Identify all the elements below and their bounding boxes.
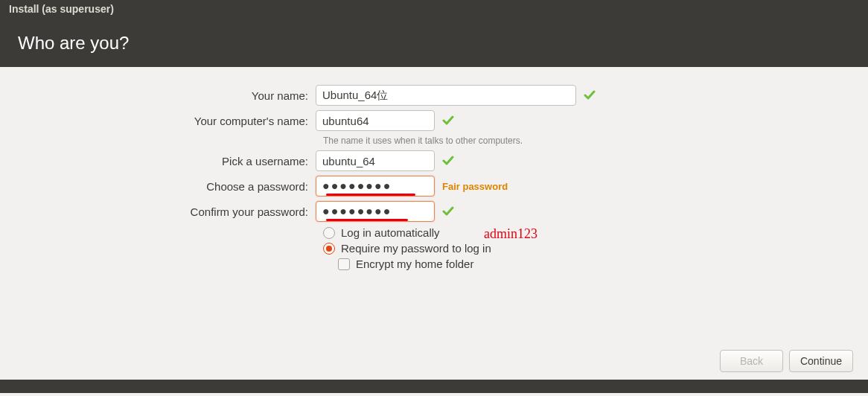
label-password: Choose a password: — [18, 180, 316, 193]
check-icon — [584, 89, 596, 101]
row-computer-name: Your computer's name: — [18, 110, 850, 131]
radio-icon — [323, 243, 335, 255]
radio-require-password[interactable]: Require my password to log in — [323, 242, 850, 255]
checkbox-icon — [338, 258, 350, 270]
page-heading: Who are you? — [18, 33, 129, 53]
bottom-bar — [0, 380, 868, 393]
row-confirm: Confirm your password: — [18, 201, 850, 222]
check-icon — [442, 115, 454, 127]
continue-button[interactable]: Continue — [789, 350, 853, 372]
hint-computer-name: The name it uses when it talks to other … — [323, 135, 523, 146]
label-username: Pick a username: — [18, 155, 316, 167]
footer-buttons: Back Continue — [0, 342, 868, 380]
check-icon — [442, 155, 454, 167]
form-area: Your name: Your computer's name: The nam… — [0, 67, 868, 342]
input-username[interactable] — [316, 150, 435, 171]
label-computer-name: Your computer's name: — [18, 115, 316, 127]
check-icon — [442, 205, 454, 217]
annotation-underline — [326, 194, 415, 196]
checkbox-encrypt-home[interactable]: Encrypt my home folder — [323, 258, 850, 270]
window-title: Install (as superuser) — [9, 3, 114, 15]
label-your-name: Your name: — [18, 89, 316, 102]
row-username: Pick a username: — [18, 150, 850, 171]
input-your-name[interactable] — [316, 85, 576, 106]
label-confirm: Confirm your password: — [18, 205, 316, 218]
radio-login-auto[interactable]: Log in automatically — [323, 226, 850, 239]
radio-label: Require my password to log in — [341, 242, 491, 255]
row-computer-hint: The name it uses when it talks to other … — [18, 135, 850, 146]
checkbox-label: Encrypt my home folder — [356, 258, 473, 270]
window-titlebar: Install (as superuser) — [0, 0, 868, 21]
password-strength: Fair password — [442, 181, 508, 192]
row-password: Choose a password: Fair password — [18, 176, 850, 197]
radio-label: Log in automatically — [341, 226, 440, 239]
back-button[interactable]: Back — [720, 350, 783, 372]
annotation-underline — [326, 219, 408, 221]
annotation-text: admin123 — [484, 226, 537, 242]
input-computer-name[interactable] — [316, 110, 435, 131]
radio-icon — [323, 227, 335, 239]
row-your-name: Your name: — [18, 85, 850, 106]
page-header: Who are you? — [0, 21, 868, 67]
